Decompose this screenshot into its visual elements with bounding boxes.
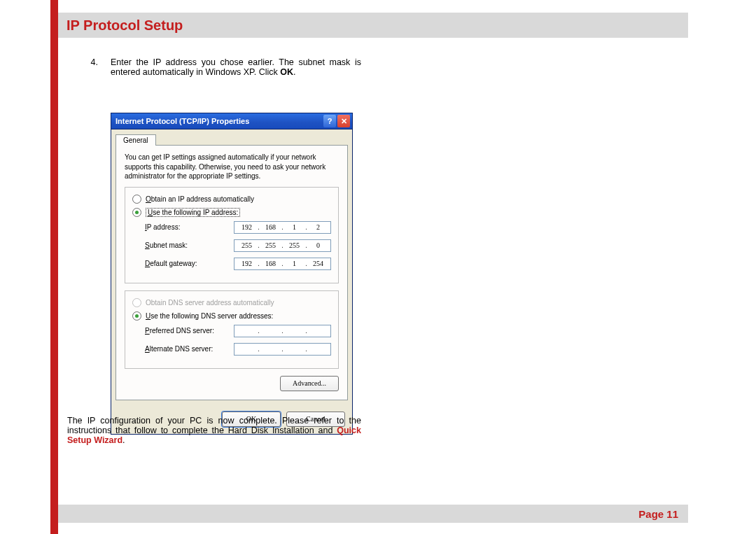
page-number: Page 11: [638, 508, 678, 520]
page-title: IP Protocol Setup: [66, 17, 183, 34]
radio-use-following-ip[interactable]: Use the following IP address:: [132, 208, 331, 217]
footer-band: Page 11: [58, 505, 688, 523]
default-gateway-row: Default gateway: 192. 168. 1. 254: [145, 258, 331, 270]
alternate-dns-label: Alternate DNS server:: [145, 345, 234, 353]
step-text-a: Enter the IP address you chose earlier. …: [111, 57, 361, 77]
below-text-b: .: [122, 435, 125, 445]
content-area: 4. Enter the IP address you chose earlie…: [67, 57, 361, 77]
alternate-dns-input[interactable]: . . .: [234, 343, 331, 356]
left-red-stripe: [50, 0, 58, 534]
header-band: IP Protocol Setup: [58, 13, 688, 38]
general-panel: You can get IP settings assigned automat…: [115, 145, 348, 400]
radio-use-following-dns[interactable]: Use the following DNS server addresses:: [132, 311, 331, 321]
post-dialog-text: The IP configuration of your PC is now c…: [67, 416, 361, 445]
ip-address-input[interactable]: 192. 168. 1. 2: [234, 221, 331, 234]
dns-group: Obtain DNS server address automatically …: [125, 290, 339, 369]
radio-icon: [132, 208, 141, 217]
preferred-dns-row: Preferred DNS server: . . .: [145, 325, 331, 337]
advanced-row: Advanced...: [125, 376, 339, 391]
preferred-dns-input[interactable]: . . .: [234, 325, 331, 337]
radio-obtain-ip-auto[interactable]: Obtain an IP address automatically: [132, 195, 331, 204]
tab-general[interactable]: General: [115, 134, 156, 146]
step-text-bold: OK: [280, 67, 293, 77]
tcpip-properties-dialog: Internet Protocol (TCP/IP) Properties ? …: [111, 113, 353, 435]
step-4: 4. Enter the IP address you chose earlie…: [67, 57, 361, 77]
dns-fields: Preferred DNS server: . . . Alternate DN…: [145, 325, 331, 356]
step-body: Enter the IP address you chose earlier. …: [111, 57, 361, 77]
radio-label-disabled: Obtain DNS server address automatically: [146, 299, 274, 307]
subnet-mask-input[interactable]: 255. 255. 255. 0: [234, 239, 331, 252]
subnet-mask-row: Subnet mask: 255. 255. 255. 0: [145, 239, 331, 252]
advanced-button[interactable]: Advanced...: [280, 376, 339, 391]
close-button[interactable]: ✕: [337, 115, 350, 127]
preferred-dns-label: Preferred DNS server:: [145, 327, 234, 335]
radio-icon: [132, 195, 141, 204]
radio-label: Use the following DNS server addresses:: [146, 312, 273, 320]
radio-icon: [132, 311, 141, 321]
tab-area: General You can get IP settings assigned…: [111, 129, 352, 406]
radio-icon: [132, 298, 141, 307]
below-text-a: The IP configuration of your PC is now c…: [67, 416, 361, 435]
ip-fields: IP address: 192. 168. 1. 2 Subnet mask: …: [145, 221, 331, 270]
titlebar[interactable]: Internet Protocol (TCP/IP) Properties ? …: [111, 113, 352, 129]
default-gateway-input[interactable]: 192. 168. 1. 254: [234, 258, 331, 270]
radio-obtain-dns-auto: Obtain DNS server address automatically: [132, 298, 331, 307]
default-gateway-label: Default gateway:: [145, 260, 234, 267]
radio-label: Obtain an IP address automatically: [146, 195, 254, 203]
radio-label-selected: Use the following IP address:: [146, 208, 240, 217]
step-text-b: .: [293, 67, 295, 77]
ip-address-row: IP address: 192. 168. 1. 2: [145, 221, 331, 234]
description-text: You can get IP settings assigned automat…: [125, 153, 339, 181]
step-number: 4.: [67, 57, 111, 77]
alternate-dns-row: Alternate DNS server: . . .: [145, 343, 331, 356]
subnet-mask-label: Subnet mask:: [145, 241, 234, 249]
ip-address-group: Obtain an IP address automatically Use t…: [125, 187, 339, 283]
help-button[interactable]: ?: [323, 115, 336, 127]
dialog-title: Internet Protocol (TCP/IP) Properties: [115, 117, 322, 125]
ip-address-label: IP address:: [145, 223, 234, 231]
